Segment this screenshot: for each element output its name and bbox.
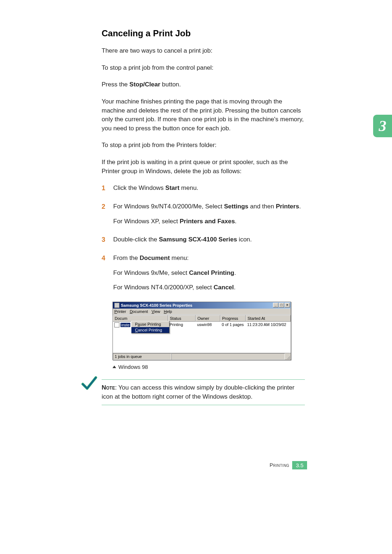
- stop-clear-label: Stop/Clear: [130, 81, 160, 88]
- checkmark-icon: [81, 375, 97, 392]
- step-4a: For Windows 9x/Me, select Cancel Printin…: [113, 269, 305, 278]
- content-column: Canceling a Print Job There are two ways…: [102, 28, 305, 405]
- manual-page: 3 Canceling a Print Job There are two wa…: [0, 0, 392, 554]
- page-icon: [114, 322, 119, 327]
- menu-printer[interactable]: Printer: [114, 309, 126, 314]
- printer-series-label: Samsung SCX-4100 Series: [159, 236, 237, 243]
- window-title: Samsung SCX-4100 Series Properties: [121, 303, 192, 307]
- text: menu.: [179, 184, 198, 191]
- step-number: 4: [102, 253, 105, 263]
- step-1: 1 Click the Windows Start menu.: [102, 184, 305, 193]
- col-progress[interactable]: Progress: [220, 315, 246, 322]
- step-number: 3: [102, 235, 105, 244]
- menu-help[interactable]: Help: [164, 309, 172, 314]
- status-empty: [171, 353, 285, 360]
- step-3: 3 Double-click the Samsung SCX-4100 Seri…: [102, 235, 305, 244]
- menu-item-pause-printing[interactable]: Pause Printing: [131, 321, 169, 327]
- text: rinter: [117, 309, 126, 314]
- text: .: [299, 203, 301, 210]
- paragraph-finish: Your machine finishes printing the page …: [102, 97, 305, 133]
- close-button[interactable]: ×: [285, 303, 290, 307]
- text: iew: [154, 309, 160, 314]
- footer-section-label: Printing: [270, 461, 289, 469]
- text: Press the: [102, 81, 130, 88]
- page-number: 3.5: [292, 461, 307, 469]
- cancel-label: Cancel: [214, 284, 234, 291]
- status-text: 1 jobs in queue: [113, 353, 171, 360]
- note-block: Note: You can access this window simply …: [102, 379, 305, 405]
- text: Click the Windows: [113, 184, 166, 191]
- step-2: 2 For Windows 9x/NT4.0/2000/Me, Select S…: [102, 202, 305, 226]
- step-2b: For Windows XP, select Printers and Faxe…: [113, 217, 305, 226]
- col-status[interactable]: Status: [168, 315, 196, 322]
- paragraph-intro-3: To stop a print job from the Printers fo…: [102, 141, 305, 150]
- start-menu-label: Start: [166, 184, 180, 191]
- printers-label: Printers: [276, 203, 299, 210]
- section-heading: Canceling a Print Job: [102, 28, 305, 38]
- text: button.: [160, 81, 181, 88]
- paragraph-intro-4: If the print job is waiting in a print q…: [102, 158, 305, 176]
- text: For Windows NT4.0/2000/XP, select: [113, 284, 214, 291]
- text: .: [235, 218, 237, 225]
- printer-icon: [114, 303, 119, 308]
- caret-up-icon: [113, 366, 116, 368]
- note-text: : You can access this window simply by d…: [102, 384, 294, 400]
- menu-view[interactable]: View: [152, 309, 160, 314]
- doc-name: inste: [121, 323, 130, 327]
- text: For Windows XP, select: [113, 218, 180, 225]
- menu-item-cancel-printing[interactable]: Cancel Printing: [131, 327, 169, 333]
- paragraph-intro-1: There are two ways to cancel a print job…: [102, 46, 305, 56]
- step-4: 4 From the Document menu: For Windows 9x…: [102, 254, 305, 292]
- window-menubar: Printer Document View Help: [113, 309, 291, 315]
- step-number: 2: [102, 202, 105, 211]
- status-bar: 1 jobs in queue: [113, 353, 291, 360]
- document-menu-label: Document: [140, 254, 170, 261]
- settings-label: Settings: [224, 203, 248, 210]
- printers-faxes-label: Printers and Faxes: [180, 218, 235, 225]
- text: .: [234, 269, 236, 276]
- screenshot-caption: Windows 98: [113, 364, 305, 370]
- page-footer: Printing 3.5: [270, 461, 307, 469]
- chapter-tab: 3: [373, 115, 392, 137]
- text: For Windows 9x/NT4.0/2000/Me, Select: [113, 203, 224, 210]
- text: ocument: [132, 309, 148, 314]
- queue-list: Pause Printing Cancel Printing inste Pri…: [113, 322, 291, 353]
- maximize-button[interactable]: □: [279, 303, 284, 307]
- window-titlebar[interactable]: Samsung SCX-4100 Series Properties _ □ ×: [113, 302, 291, 309]
- steps-list: 1 Click the Windows Start menu. 2 For Wi…: [102, 184, 305, 292]
- cell-started: 11:23:20 AM 10/29/02: [246, 322, 291, 328]
- paragraph-press: Press the Stop/Clear button.: [102, 80, 305, 89]
- paragraph-intro-2: To stop a print job from the control pan…: [102, 64, 305, 73]
- step-number: 1: [102, 183, 105, 193]
- text: For Windows 9x/Me, select: [113, 269, 189, 276]
- cancel-printing-label: Cancel Printing: [189, 269, 234, 276]
- text: Double-click the: [113, 236, 159, 243]
- caption-text: Windows 98: [118, 364, 148, 370]
- col-owner[interactable]: Owner: [196, 315, 220, 322]
- text: .: [234, 284, 236, 291]
- text: menu:: [170, 254, 189, 261]
- text: From the: [113, 254, 140, 261]
- document-dropdown: Pause Printing Cancel Printing: [131, 321, 170, 333]
- minimize-button[interactable]: _: [273, 303, 278, 307]
- col-started[interactable]: Started At: [246, 315, 291, 322]
- cell-progress: 0 of 1 pages: [220, 322, 246, 328]
- text: elp: [167, 309, 172, 314]
- cell-status: Printing: [168, 322, 196, 328]
- cell-owner: uswin98: [196, 322, 220, 328]
- note-label: Note: [102, 384, 115, 391]
- resize-grip[interactable]: [285, 353, 291, 360]
- step-4b: For Windows NT4.0/2000/XP, select Cancel…: [113, 283, 305, 292]
- text: and then: [248, 203, 276, 210]
- printer-queue-window: Samsung SCX-4100 Series Properties _ □ ×…: [113, 302, 291, 360]
- menu-document[interactable]: Document: [130, 309, 148, 314]
- text: icon.: [237, 236, 252, 243]
